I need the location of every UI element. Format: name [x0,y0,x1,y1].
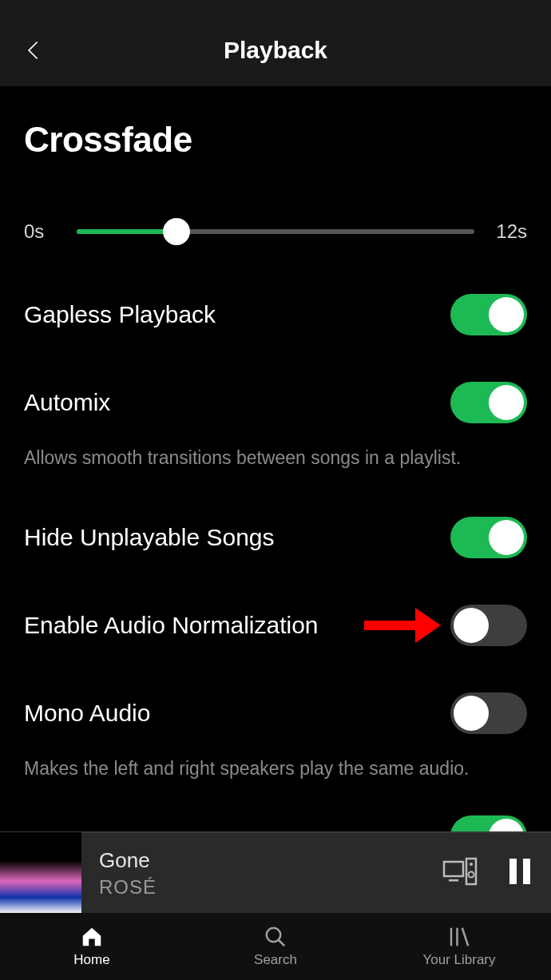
nav-home[interactable]: Home [0,925,184,968]
row-normalization: Enable Audio Normalization [24,605,527,646]
nav-library-label: Your Library [422,952,495,968]
search-icon [264,925,287,949]
pause-button[interactable] [506,855,533,891]
toggle-normalization[interactable] [450,605,527,646]
row-cutoff [450,815,527,831]
back-button[interactable] [16,33,51,68]
now-playing-controls [442,855,533,891]
top-bar: Playback [0,0,551,86]
label-automix: Automix [24,389,110,416]
bottom-nav: Home Search Your Library [0,913,551,980]
label-hide-unplayable: Hide Unplayable Songs [24,524,275,551]
row-automix: Automix [24,382,527,423]
sub-automix: Allows smooth transitions between songs … [24,446,527,470]
row-mono-audio: Mono Audio [24,692,527,734]
section-title-crossfade: Crossfade [24,120,527,160]
nav-home-label: Home [73,952,109,968]
annotation-arrow-icon [363,603,442,648]
library-icon [447,925,471,949]
label-gapless: Gapless Playback [24,301,216,328]
pause-icon [506,855,533,887]
now-playing-bar[interactable]: Gone ROSÉ [0,831,551,913]
nav-search-label: Search [254,952,297,968]
svg-rect-6 [523,859,530,884]
now-playing-meta: Gone ROSÉ [81,848,442,899]
home-icon [80,925,104,949]
nav-search[interactable]: Search [184,925,367,968]
svg-point-7 [267,928,281,942]
svg-point-3 [470,863,473,866]
toggle-gapless[interactable] [450,294,527,335]
nav-library[interactable]: Your Library [367,925,551,968]
row-gapless: Gapless Playback [24,294,527,335]
sub-mono: Makes the left and right speakers play t… [24,756,527,781]
svg-rect-1 [449,879,458,882]
label-normalization: Enable Audio Normalization [24,612,319,639]
slider-min-label: 0s [24,220,62,243]
track-title: Gone [99,848,442,873]
chevron-left-icon [22,39,45,61]
toggle-mono-audio[interactable] [450,692,527,734]
devices-button[interactable] [442,857,478,889]
svg-rect-0 [444,862,463,876]
track-artist: ROSÉ [99,876,442,899]
row-hide-unplayable: Hide Unplayable Songs [24,517,527,558]
svg-rect-5 [509,859,517,884]
svg-point-4 [469,872,474,878]
label-mono-audio: Mono Audio [24,700,150,727]
album-art [0,832,81,914]
toggle-automix[interactable] [450,382,527,423]
crossfade-slider[interactable] [77,216,474,248]
page-title: Playback [0,37,551,64]
toggle-cutoff[interactable] [450,815,527,831]
devices-icon [442,857,478,886]
slider-max-label: 12s [489,220,527,243]
toggle-hide-unplayable[interactable] [450,517,527,558]
crossfade-slider-row: 0s 12s [24,216,527,248]
